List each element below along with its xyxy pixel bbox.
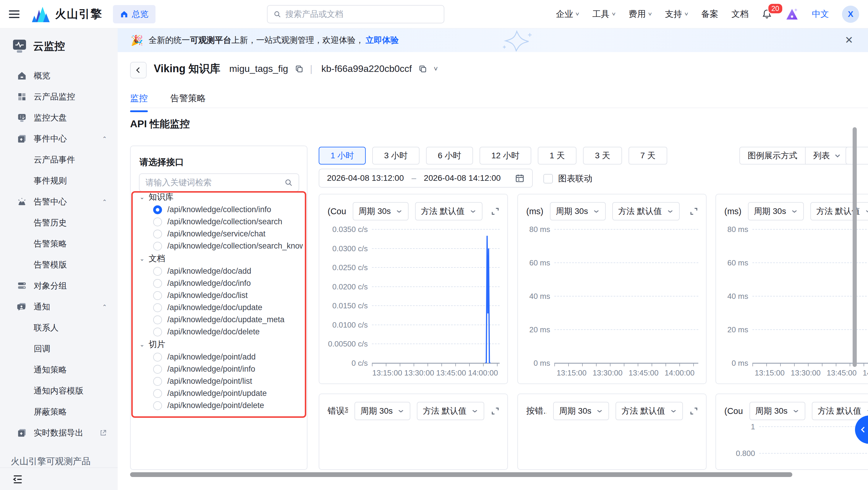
clipped-control[interactable] [845,147,868,165]
global-search-input[interactable] [285,9,438,19]
nav-tools[interactable]: 工具˅ [592,8,616,20]
period-select[interactable]: 周期 30s [354,402,410,420]
sidebar-item-cloud-product-events[interactable]: 云产品事件 [0,149,118,170]
sidebar-item-contacts[interactable]: 联系人 [0,317,118,338]
radio-unselected[interactable] [153,230,162,238]
sidebar-item-alarm-history[interactable]: 告警历史 [0,212,118,233]
sidebar-item-callback[interactable]: 回调 [0,338,118,359]
expand-icon[interactable] [689,407,698,415]
period-select[interactable]: 周期 30s [553,402,609,420]
api-option[interactable]: /api/knowledge/doc/update_meta [140,314,303,326]
time-range-1h[interactable]: 1 小时 [319,147,366,165]
period-select[interactable]: 周期 30s [353,202,409,221]
method-select[interactable]: 方法 默认值 [415,202,483,221]
method-select[interactable]: 方法 默认值 [417,402,484,420]
api-option[interactable]: /api/knowledge/doc/list [140,289,303,301]
time-range-3h[interactable]: 3 小时 [372,147,419,165]
copy-icon[interactable] [295,64,304,74]
radio-unselected[interactable] [153,218,162,226]
period-select[interactable]: 周期 30s [749,402,805,420]
sidebar-item-alarm-policy[interactable]: 告警策略 [0,233,118,254]
expand-icon[interactable] [689,207,698,216]
radio-unselected[interactable] [153,353,162,362]
sidebar-item-mute-policy[interactable]: 屏蔽策略 [0,401,118,422]
ai-assistant-icon[interactable] [785,8,799,21]
legend-display-select[interactable]: 列表 [805,147,849,164]
sidebar-item-realtime-export[interactable]: 实时数据导出 [0,422,118,443]
api-option[interactable]: /api/knowledge/service/chat [140,228,303,240]
global-search-box[interactable] [267,5,444,23]
api-option[interactable]: /api/knowledge/doc/info [140,277,303,289]
vertical-scrollbar[interactable] [852,127,857,367]
time-range-12h[interactable]: 12 小时 [479,147,531,165]
nav-billing[interactable]: 费用˅ [628,8,652,20]
time-range-3d[interactable]: 3 天 [583,147,622,165]
sidebar-item-event-rules[interactable]: 事件规则 [0,170,118,191]
api-group-doc[interactable]: ⌄文档 [140,252,303,265]
nav-support[interactable]: 支持˅ [665,8,688,20]
expand-icon[interactable] [491,407,500,415]
method-select[interactable]: 方法 默认值 [616,402,683,420]
close-icon[interactable]: ✕ [845,35,854,45]
method-select[interactable]: 方法 默认值 [812,402,868,420]
radio-unselected[interactable] [153,291,162,300]
time-range-6h[interactable]: 6 小时 [426,147,473,165]
radio-unselected[interactable] [153,365,162,374]
api-option[interactable]: /api/knowledge/point/info [140,363,303,375]
radio-selected[interactable] [153,205,162,214]
tab-alarm-policy[interactable]: 告警策略 [170,92,206,112]
expand-icon[interactable] [491,207,500,216]
back-button[interactable] [130,62,147,79]
date-range-picker[interactable]: 2026-04-08 13:12:00 – 2026-04-08 14:12:0… [319,169,533,188]
api-option[interactable]: /api/knowledge/point/add [140,351,303,363]
nav-enterprise[interactable]: 企业˅ [556,8,580,20]
sidebar-item-notification-template[interactable]: 通知内容模版 [0,380,118,401]
sidebar-item-alarm-template[interactable]: 告警模版 [0,254,118,275]
api-option[interactable]: /api/knowledge/point/delete [140,400,303,411]
try-now-link[interactable]: 立即体验 [365,35,399,46]
method-select[interactable]: 方法 默认值 [810,202,868,221]
radio-unselected[interactable] [153,303,162,312]
user-avatar[interactable]: X [842,6,859,23]
api-option[interactable]: /api/knowledge/point/update [140,387,303,400]
sidebar-item-notification-policy[interactable]: 通知策略 [0,359,118,380]
api-option[interactable]: /api/knowledge/collection/search_know [140,240,303,252]
nav-docs[interactable]: 文档 [732,8,749,20]
radio-unselected[interactable] [153,267,162,276]
hamburger-menu-icon[interactable] [9,10,20,18]
time-range-1d[interactable]: 1 天 [538,147,577,165]
api-keyword-input[interactable] [146,178,284,187]
sidebar-item-overview[interactable]: 概览 [0,65,118,86]
api-keyword-search[interactable] [139,173,299,192]
radio-unselected[interactable] [153,401,162,410]
volcengine-logo[interactable]: 火山引擎 [31,6,102,23]
observability-products-label[interactable]: 火山引擎可观测产品 [11,454,90,466]
notifications-button[interactable]: 20 [762,8,772,20]
period-select[interactable]: 周期 30s [748,202,804,221]
sidebar-item-dashboard[interactable]: 监控大盘 [0,107,118,128]
api-option[interactable]: /api/knowledge/collection/search [140,216,303,228]
time-range-7d[interactable]: 7 天 [628,147,667,165]
radio-unselected[interactable] [153,389,162,398]
sidebar-item-alarm-center[interactable]: 告警中心 ⌃ [0,191,118,212]
api-option[interactable]: /api/knowledge/doc/delete [140,326,303,338]
api-option[interactable]: /api/knowledge/doc/update [140,301,303,314]
nav-icp[interactable]: 备案 [701,8,718,20]
chart-link-checkbox[interactable] [544,174,553,183]
sidebar-item-event-center[interactable]: 事件中心 ⌃ [0,128,118,149]
sidebar-collapse-button[interactable] [12,473,24,485]
tab-monitoring[interactable]: 监控 [130,92,148,112]
sidebar-item-cloud-product-monitor[interactable]: 云产品监控 [0,86,118,107]
chevron-down-icon[interactable]: ˅ [434,65,438,73]
radio-unselected[interactable] [153,315,162,324]
radio-unselected[interactable] [153,242,162,251]
sidebar-item-notification[interactable]: 通知 ⌃ [0,296,118,317]
language-switch[interactable]: 中文 [812,8,829,20]
api-group-knowledge[interactable]: ⌄知识库 [140,191,303,204]
horizontal-scrollbar[interactable] [130,472,792,477]
overview-pill-button[interactable]: 总览 [113,5,156,23]
method-select[interactable]: 方法 默认值 [612,202,680,221]
sidebar-item-object-groups[interactable]: 对象分组 [0,275,118,296]
api-option[interactable]: /api/knowledge/collection/info [140,204,303,216]
api-option[interactable]: /api/knowledge/doc/add [140,265,303,277]
